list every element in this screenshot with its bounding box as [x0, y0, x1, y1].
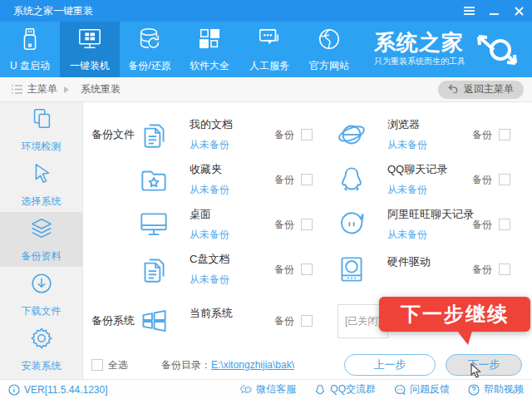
sidebar-label: 备份资料 — [22, 249, 62, 264]
tooltip-tail — [457, 331, 472, 345]
cursor-select-icon — [29, 161, 54, 190]
backup-item-c-drive-docs: C盘文档从未备份 备份 — [136, 252, 334, 287]
backup-checkbox[interactable] — [301, 264, 313, 275]
footer-link-label: 微信客服 — [256, 382, 296, 397]
version-info: VER[11.5.44.1230] — [8, 384, 108, 396]
backup-dir-label: 备份目录： — [161, 358, 211, 372]
next-step-button[interactable]: 下一步 — [446, 354, 522, 376]
backup-checkbox[interactable] — [499, 219, 510, 230]
backup-dir-path-link[interactable]: E:\xitongzhijia\bak\ — [211, 359, 294, 371]
nav-item-usb-boot[interactable]: U 盘启动 — [0, 22, 60, 77]
backup-label: 备份 — [274, 128, 294, 142]
sidebar-label: 下载文件 — [22, 304, 62, 318]
item-name: 浏览器 — [387, 117, 472, 132]
backup-row: 桌面从未备份 备份 阿里旺旺聊天记录从未备份 备份 — [83, 202, 532, 247]
chevron-right-icon — [64, 86, 69, 93]
back-arrow-icon — [448, 84, 459, 96]
backup-checkbox[interactable] — [301, 315, 313, 327]
list-icon — [12, 82, 22, 97]
window-title: 系统之家一键重装 — [13, 4, 93, 18]
item-status: 从未备份 — [387, 228, 472, 242]
feedback-link[interactable]: 问题反馈 — [394, 382, 450, 397]
item-name: 桌面 — [190, 207, 274, 222]
help-video-link[interactable]: 帮助视频 — [468, 382, 524, 397]
backup-label: 备份 — [472, 128, 492, 142]
brand-swoosh-icon — [472, 30, 520, 70]
backup-checkbox[interactable] — [301, 129, 313, 140]
nav-item-service[interactable]: 人工服务 — [239, 22, 299, 77]
monitor-windows-icon — [76, 27, 103, 55]
desktop-icon — [136, 207, 171, 242]
backup-item-favorites: 收藏夹从未备份 备份 — [136, 162, 334, 197]
backup-checkbox[interactable] — [499, 129, 510, 140]
nav-item-software[interactable]: 软件大全 — [180, 22, 239, 77]
nav-item-website[interactable]: 官方网站 — [299, 22, 359, 77]
sidebar-item-download-files[interactable]: 下载文件 — [0, 267, 82, 322]
env-check-icon — [29, 106, 54, 135]
item-name: 收藏夹 — [190, 162, 274, 177]
qq-penguin-icon — [334, 162, 369, 197]
brand-name: 系统之家 — [374, 32, 466, 53]
documents-icon — [136, 252, 171, 287]
backup-checkbox[interactable] — [301, 174, 313, 185]
backup-label: 备份 — [274, 263, 294, 277]
backup-item-browser: 浏览器从未备份 备份 — [334, 117, 532, 152]
main-nav: U 盘启动 一键装机 备份/还原 软件大全 人工服务 — [0, 22, 532, 77]
nav-label: U 盘启动 — [10, 59, 50, 73]
wechat-icon — [240, 384, 252, 396]
return-main-menu-button[interactable]: 返回主菜单 — [438, 81, 524, 99]
item-name: QQ聊天记录 — [387, 162, 472, 177]
sidebar-item-backup-data[interactable]: 备份资料 — [0, 212, 82, 267]
qq-group-link[interactable]: QQ交流群 — [314, 382, 376, 397]
backup-item-hardware-driver: 硬件驱动 备份 — [334, 252, 532, 287]
back-button-label: 返回主菜单 — [464, 82, 514, 96]
hardware-drive-icon — [334, 252, 369, 287]
database-restore-icon — [137, 27, 162, 55]
app-window: 系统之家一键重装 U 盘启动 一键装机 — [0, 0, 532, 399]
sidebar-item-select-system[interactable]: 选择系统 — [0, 157, 82, 212]
usb-drive-icon — [17, 27, 42, 55]
backup-checkbox[interactable] — [499, 264, 510, 275]
sidebar-item-env-check[interactable]: 环境检测 — [0, 102, 82, 157]
breadcrumb-current: 系统重装 — [81, 82, 121, 96]
sidebar-label: 环境检测 — [22, 140, 62, 154]
backup-label: 备份 — [274, 218, 294, 232]
wangwang-bubble-icon — [334, 207, 369, 242]
sidebar-item-install-system[interactable]: 安装系统 — [0, 322, 82, 377]
minimize-icon[interactable] — [487, 4, 500, 17]
titlebar: 系统之家一键重装 — [0, 0, 532, 22]
next-step-tooltip: 下一步继续 — [379, 297, 530, 332]
item-name: C盘文档 — [190, 252, 274, 267]
version-text: VER[11.5.44.1230] — [24, 384, 108, 396]
close-icon[interactable] — [512, 4, 525, 17]
backup-item-my-documents: 我的文档从未备份 备份 — [136, 117, 334, 152]
breadcrumb-main-menu[interactable]: 主菜单 — [27, 82, 57, 96]
nav-item-backup-restore[interactable]: 备份/还原 — [120, 22, 180, 77]
select-all-label: 全选 — [108, 358, 128, 372]
item-status: 从未备份 — [387, 183, 472, 197]
item-status — [387, 275, 472, 285]
tooltip-text: 下一步继续 — [401, 301, 509, 328]
backup-item-current-system: 当前系统 备份 — [136, 303, 334, 338]
footer-link-label: 帮助视频 — [484, 382, 524, 397]
footer-link-label: QQ交流群 — [330, 382, 376, 397]
select-all-checkbox[interactable] — [91, 359, 103, 371]
feedback-bubble-icon — [394, 384, 406, 396]
nav-item-one-key-install[interactable]: 一键装机 — [60, 22, 120, 77]
item-status: 从未备份 — [190, 228, 274, 242]
previous-step-button[interactable]: 上一步 — [344, 354, 436, 376]
info-icon — [8, 384, 20, 396]
nav-label: 一键装机 — [70, 59, 110, 73]
software-squares-icon — [197, 27, 222, 55]
windows-logo-icon — [136, 303, 171, 338]
backup-checkbox[interactable] — [301, 219, 313, 230]
backup-label: 备份 — [472, 173, 492, 187]
backup-checkbox[interactable] — [499, 174, 510, 185]
backup-panel: 备份文件 我的文档从未备份 备份 浏览器从未备份 — [83, 102, 532, 379]
backup-label: 备份 — [274, 314, 294, 328]
wechat-support-link[interactable]: 微信客服 — [240, 382, 296, 397]
item-name: 阿里旺旺聊天记录 — [387, 207, 472, 222]
folder-star-icon — [136, 162, 171, 197]
brand-logo: 系统之家 只为重装系统而生的工具 — [374, 22, 532, 77]
menu-icon[interactable] — [462, 4, 475, 17]
